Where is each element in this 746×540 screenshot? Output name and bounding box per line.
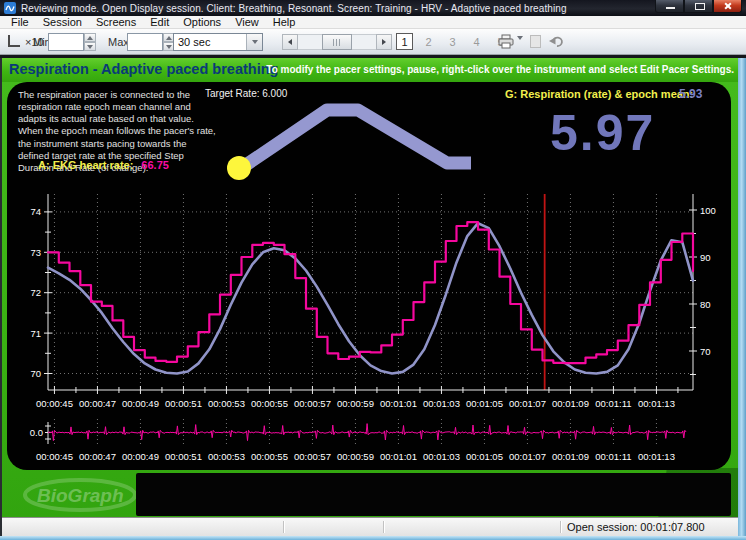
ekg-readout: A: EKG heart rate:66.75 (38, 159, 169, 171)
svg-text:0.0: 0.0 (30, 427, 43, 438)
svg-text:00:00:51: 00:00:51 (165, 398, 202, 409)
min-input[interactable] (49, 34, 83, 50)
max-field (127, 33, 163, 51)
axis-scale-icon[interactable] (8, 35, 20, 47)
print-button[interactable] (498, 34, 514, 51)
window-title: Reviewing mode. Open Display session. Cl… (21, 3, 567, 14)
svg-text:70: 70 (30, 368, 41, 379)
svg-text:00:00:53: 00:00:53 (208, 398, 245, 409)
statusbar-separator (560, 521, 561, 533)
session-time-status: Open session: 00:01:07.800 (567, 521, 705, 533)
svg-text:00:01:01: 00:01:01 (380, 398, 417, 409)
svg-text:00:01:07: 00:01:07 (509, 398, 546, 409)
breathing-pacer[interactable] (195, 85, 485, 185)
minimize-button[interactable] (655, 0, 684, 13)
menu-session[interactable]: Session (36, 16, 89, 29)
spin-down-icon (166, 45, 172, 49)
svg-text:00:01:03: 00:01:03 (423, 451, 460, 462)
page-selector: 12345 (396, 33, 509, 50)
biograph-logo: BioGraph (20, 474, 140, 516)
svg-text:00:01:13: 00:01:13 (638, 398, 675, 409)
page-button-2[interactable]: 2 (420, 33, 437, 50)
svg-text:74: 74 (30, 206, 41, 217)
window-border-right (738, 58, 746, 536)
titlebar: Reviewing mode. Open Display session. Cl… (0, 0, 746, 16)
svg-text:00:01:11: 00:01:11 (595, 398, 631, 409)
menu-edit[interactable]: Edit (143, 16, 176, 29)
instrument-area: The respiration pacer is connected to th… (0, 82, 746, 517)
menu-view[interactable]: View (228, 16, 266, 29)
statusbar-separator (283, 521, 284, 533)
screen-header: Respiration - Adaptive paced breathing T… (0, 58, 746, 82)
svg-text:71: 71 (30, 328, 41, 339)
hrv-line-chart[interactable]: 707172737470809010000:00:4500:00:4700:00… (10, 190, 726, 415)
application-window: Reviewing mode. Open Display session. Cl… (0, 0, 746, 540)
svg-text:00:01:07: 00:01:07 (509, 451, 546, 462)
svg-text:00:00:57: 00:00:57 (294, 451, 331, 462)
svg-text:00:01:13: 00:01:13 (638, 451, 675, 462)
svg-text:00:01:09: 00:01:09 (552, 451, 589, 462)
menu-screens[interactable]: Screens (89, 16, 143, 29)
svg-text:00:00:55: 00:00:55 (251, 451, 288, 462)
svg-text:00:01:09: 00:01:09 (552, 398, 589, 409)
svg-text:00:00:55: 00:00:55 (251, 398, 288, 409)
svg-text:70: 70 (700, 346, 711, 357)
scroll-left-button[interactable] (282, 34, 298, 50)
maximize-button[interactable] (684, 0, 713, 13)
svg-text:00:00:47: 00:00:47 (79, 398, 116, 409)
svg-text:00:00:45: 00:00:45 (36, 398, 73, 409)
menu-options[interactable]: Options (176, 16, 228, 29)
max-label: Max (108, 36, 129, 48)
status-bar: Open session: 00:01:07.800 (0, 517, 746, 536)
close-button[interactable] (713, 0, 742, 13)
logo-text: BioGraph (37, 485, 124, 506)
svg-text:100: 100 (700, 205, 716, 216)
scrollbar-track[interactable] (298, 34, 376, 50)
svg-text:00:00:59: 00:00:59 (337, 451, 374, 462)
menu-bar: FileSessionScreensEditOptionsViewHelp (0, 16, 746, 29)
svg-text:80: 80 (700, 299, 711, 310)
time-window-select[interactable]: 30 sec (173, 33, 263, 51)
svg-text:00:00:51: 00:00:51 (165, 451, 202, 462)
svg-text:00:00:45: 00:00:45 (36, 451, 73, 462)
min-spinner[interactable] (84, 33, 96, 51)
svg-text:72: 72 (30, 287, 41, 298)
svg-text:00:00:59: 00:00:59 (337, 398, 374, 409)
ekg-label: A: EKG heart rate: (38, 159, 133, 171)
report-button[interactable] (530, 35, 541, 48)
svg-text:90: 90 (700, 252, 711, 263)
ekg-strip-chart[interactable]: 0.000:00:4500:00:4700:00:4900:00:5100:00… (10, 415, 726, 465)
undo-button[interactable] (548, 34, 564, 51)
window-border-bottom (0, 536, 746, 540)
svg-text:00:01:01: 00:01:01 (380, 451, 417, 462)
notes-box (136, 473, 731, 516)
svg-text:00:00:53: 00:00:53 (208, 451, 245, 462)
pacer-hint-text: To modify the pacer settings, pause, rig… (266, 64, 734, 75)
printer-icon (498, 34, 514, 49)
instrument-panel[interactable]: The respiration pacer is connected to th… (7, 82, 731, 470)
respiration-rate-value: 5.97 (550, 104, 655, 162)
svg-text:00:00:57: 00:00:57 (294, 398, 331, 409)
page-button-1[interactable]: 1 (396, 33, 413, 50)
scroll-right-button[interactable] (376, 34, 392, 50)
window-border-left (0, 58, 2, 536)
max-input[interactable] (128, 34, 162, 50)
toolbar: ×10 Min Max 30 sec 12345 (0, 29, 746, 55)
timeline-scrollbar[interactable] (282, 34, 392, 50)
page-button-4[interactable]: 4 (468, 33, 485, 50)
respiration-label: G: Respiration (rate) & epoch mean: (505, 88, 693, 100)
spin-up-icon (87, 36, 93, 40)
arrow-left-icon (288, 39, 292, 45)
svg-text:00:01:03: 00:01:03 (423, 398, 460, 409)
print-options-icon[interactable] (517, 36, 523, 52)
statusbar-separator (383, 521, 384, 533)
menu-help[interactable]: Help (266, 16, 303, 29)
menu-file[interactable]: File (4, 16, 36, 29)
time-window-value: 30 sec (174, 36, 246, 48)
svg-text:73: 73 (30, 247, 41, 258)
svg-text:00:01:11: 00:01:11 (595, 451, 631, 462)
page-button-3[interactable]: 3 (444, 33, 461, 50)
spin-down-icon (87, 45, 93, 49)
scrollbar-thumb[interactable] (322, 34, 352, 50)
undo-icon (548, 34, 564, 49)
